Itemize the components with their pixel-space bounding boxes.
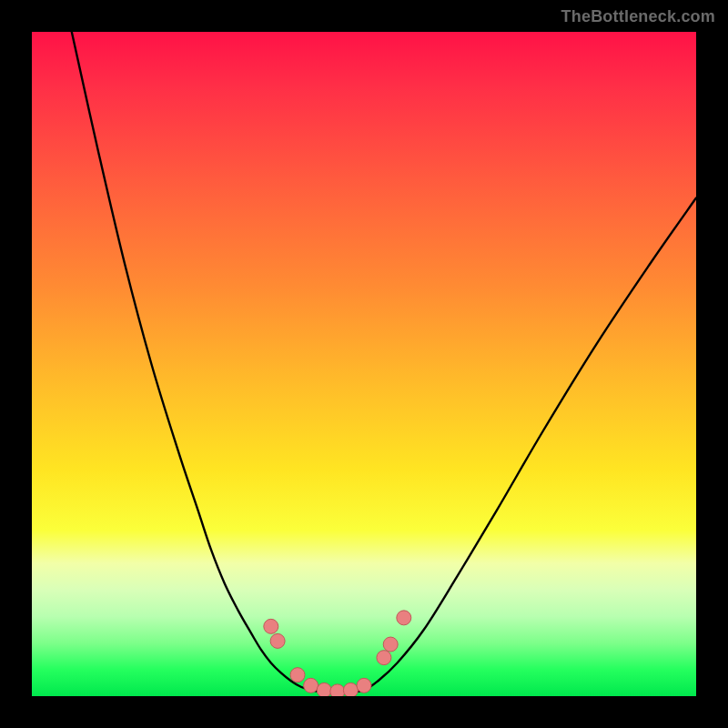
data-marker xyxy=(264,619,278,633)
data-marker xyxy=(357,678,371,693)
data-marker xyxy=(397,611,411,625)
data-marker xyxy=(317,682,331,696)
chart-svg xyxy=(32,32,696,696)
data-marker xyxy=(304,678,318,693)
chart-frame: TheBottleneck.com xyxy=(0,0,728,728)
data-marker xyxy=(290,668,305,682)
marker-group xyxy=(264,611,411,696)
plot-area xyxy=(32,32,696,696)
data-marker xyxy=(270,633,285,648)
data-marker xyxy=(330,684,345,696)
watermark-text: TheBottleneck.com xyxy=(561,7,715,26)
data-marker xyxy=(343,682,358,696)
data-marker xyxy=(383,637,398,652)
data-marker xyxy=(377,651,391,665)
bottleneck-curve xyxy=(72,32,696,693)
